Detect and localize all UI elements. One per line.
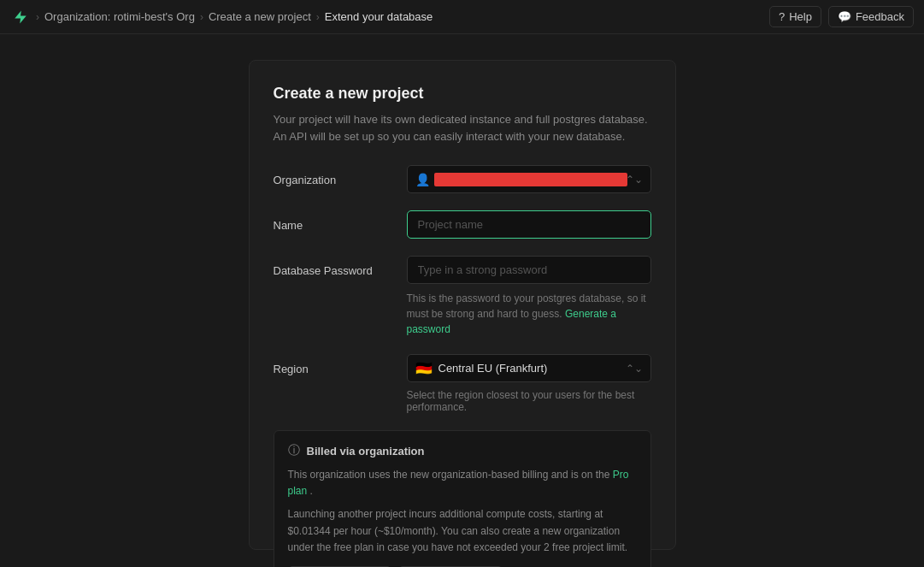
region-control-col: 🇩🇪 Central EU (Frankfurt) US East (N. Vi… xyxy=(407,354,651,413)
feedback-label: Feedback xyxy=(856,10,904,23)
password-label-col: Database Password xyxy=(274,256,393,337)
name-control-col xyxy=(407,210,651,239)
breadcrumb-org[interactable]: Organization: rotimi-best's Org xyxy=(44,10,195,23)
region-hint-text: Select the region closest to your users … xyxy=(407,389,651,413)
region-select-wrapper: 🇩🇪 Central EU (Frankfurt) US East (N. Vi… xyxy=(407,354,651,382)
password-hint-text: This is the password to your postgres da… xyxy=(407,291,651,337)
billing-title: Billed via organization xyxy=(307,445,425,458)
app-logo[interactable] xyxy=(10,7,31,27)
billing-header: ⓘ Billed via organization xyxy=(288,443,637,458)
organization-select[interactable]: rotimi-best's Org xyxy=(407,165,651,193)
subtitle-line1: Your project will have its own dedicated… xyxy=(274,113,648,126)
billing-text1-before: This organization uses the new organizat… xyxy=(288,469,610,481)
feedback-icon: 💬 xyxy=(838,10,851,23)
breadcrumb-create[interactable]: Create a new project xyxy=(209,10,311,23)
breadcrumb-extend: Extend your database xyxy=(325,10,433,23)
project-name-input[interactable] xyxy=(407,210,651,239)
help-label: Help xyxy=(789,10,812,23)
breadcrumb-chevron-1: › xyxy=(36,11,39,23)
organization-row: Organization 👤 rotimi-best's Org ⌃⌄ xyxy=(274,165,651,193)
topbar: › Organization: rotimi-best's Org › Crea… xyxy=(0,0,924,34)
organization-label: Organization xyxy=(274,174,337,186)
organization-control-col: 👤 rotimi-best's Org ⌃⌄ xyxy=(407,165,651,193)
region-label-col: Region xyxy=(274,354,393,413)
organization-label-col: Organization xyxy=(274,165,393,193)
feedback-button[interactable]: 💬 Feedback xyxy=(828,6,914,27)
billing-info-icon: ⓘ xyxy=(288,443,300,458)
database-password-input[interactable] xyxy=(407,256,651,284)
billing-text1-end: . xyxy=(310,485,313,497)
billing-text-1: This organization uses the new organizat… xyxy=(288,467,637,499)
password-label: Database Password xyxy=(274,264,373,277)
billing-text-2: Launching another project incurs additio… xyxy=(288,506,637,556)
main-content: Create a new project Your project will h… xyxy=(0,34,924,567)
region-select[interactable]: Central EU (Frankfurt) US East (N. Virgi… xyxy=(407,354,651,382)
help-icon: ? xyxy=(779,10,785,23)
card-subtitle: Your project will have its own dedicated… xyxy=(274,111,651,145)
region-label: Region xyxy=(274,363,309,375)
region-row: Region 🇩🇪 Central EU (Frankfurt) US East… xyxy=(274,354,651,413)
name-row: Name xyxy=(274,210,651,239)
password-row: Database Password This is the password t… xyxy=(274,256,651,337)
breadcrumb-chevron-3: › xyxy=(316,11,320,23)
org-select-wrapper: 👤 rotimi-best's Org ⌃⌄ xyxy=(407,165,651,193)
billing-info-box: ⓘ Billed via organization This organizat… xyxy=(274,430,651,567)
org-person-icon: 👤 xyxy=(415,173,430,186)
password-control-col: This is the password to your postgres da… xyxy=(407,256,651,337)
topbar-actions: ? Help 💬 Feedback xyxy=(769,6,914,27)
card-title: Create a new project xyxy=(274,85,651,103)
create-project-card: Create a new project Your project will h… xyxy=(249,60,676,550)
name-label: Name xyxy=(274,219,303,232)
help-button[interactable]: ? Help xyxy=(769,6,821,27)
subtitle-line2: An API will be set up so you can easily … xyxy=(274,130,626,143)
breadcrumb-chevron-2: › xyxy=(200,11,203,23)
name-label-col: Name xyxy=(274,210,393,239)
